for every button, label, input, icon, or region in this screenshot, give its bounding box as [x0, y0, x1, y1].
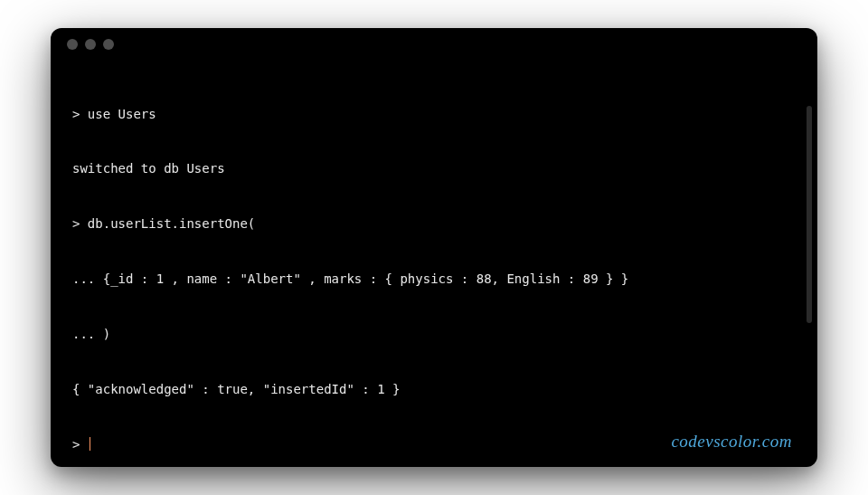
terminal-line: > db.userList.insertOne( [72, 214, 796, 233]
terminal-line: { "acknowledged" : true, "insertedId" : … [72, 380, 796, 398]
window-titlebar [51, 28, 817, 61]
close-icon[interactable] [67, 39, 78, 50]
terminal-window: > use Users switched to db Users > db.us… [51, 28, 817, 467]
terminal-line: ... ) [72, 325, 796, 343]
terminal-body[interactable]: > use Users switched to db Users > db.us… [51, 61, 817, 467]
terminal-line: > use Users [72, 105, 796, 123]
terminal-line: ... {_id : 1 , name : "Albert" , marks :… [72, 270, 796, 288]
maximize-icon[interactable] [103, 39, 114, 50]
scrollbar[interactable] [807, 106, 812, 323]
watermark-text: codevscolor.com [671, 429, 792, 454]
cursor-icon [90, 437, 90, 451]
prompt-text: > [72, 437, 88, 452]
terminal-line: switched to db Users [72, 159, 796, 177]
minimize-icon[interactable] [85, 39, 96, 50]
